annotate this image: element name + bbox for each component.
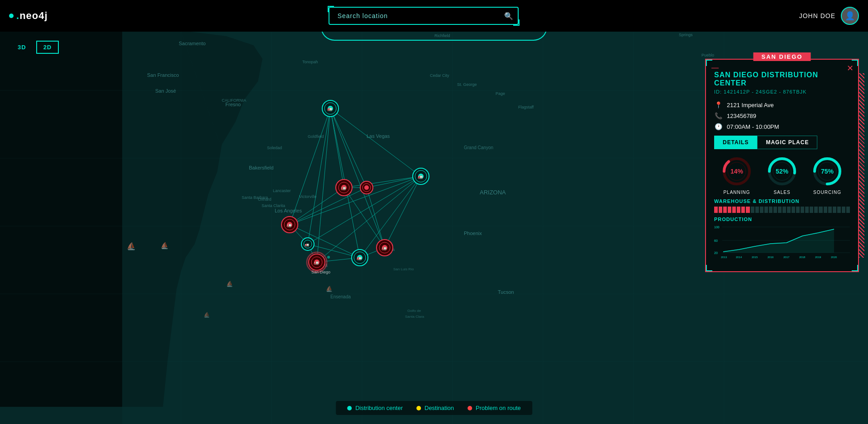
tab-details[interactable]: DETAILS — [714, 136, 757, 149]
progress-segment — [819, 207, 822, 213]
panel-title: SAN DIEGO DISTRIBUTION CENTER — [714, 71, 850, 87]
gauges-row: 14% PLANNING 52% SALES — [714, 155, 850, 195]
warehouse-section: WAREHOUSE & DISTRIBUTION — [714, 198, 850, 213]
progress-segment — [833, 207, 836, 213]
svg-text:ARIZONA: ARIZONA — [480, 189, 506, 196]
svg-point-105 — [364, 185, 369, 190]
avatar: 👤 — [841, 7, 859, 25]
panel-minimize-button[interactable]: — — [711, 64, 719, 71]
progress-segment — [719, 207, 722, 213]
panel-body: SAN DIEGO DISTRIBUTION CENTER ID: 142141… — [706, 60, 858, 271]
header: .neo4j 🔍 JOHN DOE 👤 — [0, 0, 868, 32]
gauge-sourcing-value: 75% — [821, 168, 834, 175]
location-pin-icon: 📍 — [714, 101, 722, 108]
view-2d-button[interactable]: 2D — [36, 41, 59, 54]
gauge-sourcing: 75% SOURCING — [811, 155, 843, 195]
progress-segment — [769, 207, 773, 213]
panel-close-button[interactable]: ✕ — [847, 63, 854, 73]
search-bar[interactable]: 🔍 — [329, 7, 519, 25]
progress-segment — [732, 207, 736, 213]
address-text: 2121 Imperial Ave — [727, 102, 774, 108]
progress-segment — [751, 207, 754, 213]
gauge-sales-circle: 52% — [766, 155, 798, 187]
svg-text:Cedar City: Cedar City — [430, 73, 449, 78]
svg-text:CALIFORNIA: CALIFORNIA — [222, 98, 246, 103]
view-3d-button[interactable]: 3D — [11, 41, 33, 54]
progress-segment — [801, 207, 804, 213]
progress-segment — [741, 207, 745, 213]
progress-segment — [828, 207, 832, 213]
svg-text:2020: 2020 — [831, 256, 837, 259]
svg-text:🚛: 🚛 — [314, 260, 319, 265]
svg-text:🚛: 🚛 — [305, 242, 309, 247]
legend-problem: Problem on route — [467, 405, 521, 411]
legend-label-distribution: Distribution center — [355, 405, 403, 411]
svg-point-121 — [327, 256, 330, 259]
svg-text:Pueblo: Pueblo — [701, 53, 714, 57]
panel-id: ID: 1421412P - 24SGE2 - 876TBJK — [714, 89, 850, 94]
production-title: PRODUCTION — [714, 217, 850, 222]
progress-segment — [728, 207, 731, 213]
progress-segment — [737, 207, 740, 213]
logo-dot-icon — [9, 14, 14, 18]
svg-text:Victorville: Victorville — [299, 194, 316, 199]
legend-dot-yellow — [416, 406, 421, 410]
svg-text:Phoenix: Phoenix — [464, 231, 482, 236]
svg-text:Page: Page — [496, 91, 505, 96]
svg-text:2013: 2013 — [721, 256, 727, 259]
gauge-sales-label: SALES — [773, 190, 790, 195]
svg-text:Sacramento: Sacramento — [179, 41, 205, 46]
progress-segment — [755, 207, 759, 213]
phone-text: 123456789 — [727, 113, 756, 119]
legend-label-problem: Problem on route — [476, 405, 521, 411]
gauge-planning-value: 14% — [730, 168, 743, 175]
svg-text:2015: 2015 — [752, 256, 758, 259]
svg-text:20: 20 — [714, 251, 718, 254]
svg-text:60: 60 — [714, 239, 718, 242]
search-input[interactable] — [329, 7, 519, 25]
progress-segment — [805, 207, 809, 213]
svg-text:2016: 2016 — [768, 256, 774, 259]
svg-text:🚛: 🚛 — [382, 245, 387, 251]
svg-text:Las Vegas: Las Vegas — [367, 133, 390, 139]
svg-text:Golfo de: Golfo de — [407, 309, 421, 313]
panel-tabs: DETAILS MAGIC PLACE — [714, 136, 850, 149]
svg-text:Lancaster: Lancaster — [273, 188, 291, 193]
svg-text:San Diego: San Diego — [311, 270, 330, 274]
search-icon[interactable]: 🔍 — [504, 12, 513, 20]
legend-destination: Destination — [416, 405, 454, 411]
info-panel: SAN DIEGO — ✕ SAN DIEGO DISTRIBUTION CEN… — [705, 59, 859, 272]
progress-segment — [746, 207, 749, 213]
svg-text:Springs: Springs — [679, 33, 693, 37]
gauge-sourcing-circle: 75% — [811, 155, 843, 187]
progress-segment — [723, 207, 727, 213]
progress-segment — [773, 207, 777, 213]
corner-bl-decoration — [706, 265, 712, 271]
panel-location-label: SAN DIEGO — [754, 52, 811, 61]
progress-segment — [846, 207, 850, 213]
gauge-planning-label: PLANNING — [723, 190, 750, 195]
svg-text:San José: San José — [155, 88, 176, 94]
user-name: JOHN DOE — [799, 12, 835, 19]
svg-text:⛵: ⛵ — [127, 242, 136, 250]
gauge-sales-value: 52% — [776, 168, 788, 175]
progress-segment — [837, 207, 841, 213]
view-toggle: 3D 2D — [11, 41, 59, 54]
logo: .neo4j — [9, 10, 48, 22]
gauge-planning-circle: 14% — [721, 155, 753, 187]
tab-magic-place[interactable]: MAGIC PLACE — [757, 136, 817, 149]
svg-text:2014: 2014 — [736, 256, 742, 259]
progress-segment — [782, 207, 786, 213]
svg-rect-3 — [0, 32, 122, 407]
svg-text:Bakersfield: Bakersfield — [249, 165, 273, 170]
info-row-phone: 📞 123456789 — [714, 112, 850, 119]
svg-text:San Francisco: San Francisco — [147, 72, 179, 78]
svg-text:🚛: 🚛 — [357, 255, 362, 261]
progress-segment — [842, 207, 845, 213]
legend-dot-red — [467, 406, 472, 410]
svg-text:Oxnard: Oxnard — [258, 197, 272, 202]
progress-segment — [764, 207, 768, 213]
gauge-planning: 14% PLANNING — [721, 155, 753, 195]
svg-text:⛵: ⛵ — [161, 242, 169, 250]
svg-text:Grand Canyon: Grand Canyon — [464, 145, 493, 150]
